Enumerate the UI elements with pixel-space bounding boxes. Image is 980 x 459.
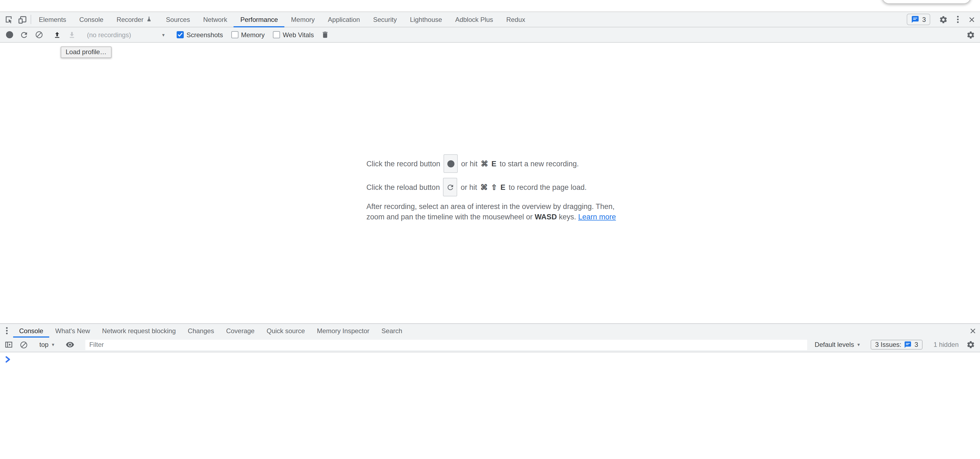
chevron-down-icon: ▾: [52, 342, 54, 347]
tab-performance[interactable]: Performance: [234, 12, 285, 27]
screenshots-label: Screenshots: [186, 31, 223, 38]
reload-instruction-row: Click the reload button or hit ⌘ ⇧ E to …: [366, 178, 616, 196]
learn-more-link[interactable]: Learn more: [578, 213, 616, 221]
show-console-sidebar-button[interactable]: [2, 340, 15, 349]
tab-elements[interactable]: Elements: [32, 12, 73, 27]
drawer-more-tools-kebab-button[interactable]: [0, 324, 13, 338]
settings-gear-button[interactable]: [936, 15, 950, 24]
console-prompt-chevron-icon: [5, 356, 11, 363]
device-toolbar-button[interactable]: [15, 12, 30, 27]
tab-application[interactable]: Application: [321, 12, 366, 27]
console-toolbar: top ▾ Default levels ▾ 3 Issues: 3 1 hid…: [0, 338, 980, 352]
record-instruction-row: Click the record button or hit ⌘ E to st…: [366, 154, 616, 173]
e-key: E: [500, 183, 505, 191]
console-body[interactable]: [0, 352, 980, 459]
record-icon: [6, 31, 13, 38]
empty-state-instructions: Click the record button or hit ⌘ E to st…: [366, 154, 616, 222]
main-tabbar: Elements Console Recorder Sources Networ…: [0, 11, 980, 27]
log-levels-label: Default levels: [815, 341, 854, 349]
console-prompt[interactable]: [5, 356, 11, 363]
wasd-keys: WASD: [535, 213, 557, 221]
console-issues-button[interactable]: 3 Issues: 3: [870, 340, 922, 350]
tab-recorder[interactable]: Recorder: [110, 12, 159, 27]
tabbar-right-controls: 3: [907, 12, 980, 27]
tab-sources[interactable]: Sources: [159, 12, 197, 27]
browser-popup-remnant: [881, 0, 971, 4]
record-instruction-prefix: Click the record button: [366, 159, 440, 168]
record-icon: [447, 160, 454, 167]
drawer-tab-search[interactable]: Search: [375, 324, 408, 338]
reload-instruction-orhit: or hit: [461, 183, 477, 191]
devtools-window: Elements Console Recorder Sources Networ…: [0, 0, 980, 459]
tab-adblock-plus[interactable]: Adblock Plus: [449, 12, 500, 27]
drawer-tabbar: Console What's New Network request block…: [0, 324, 980, 338]
save-profile-button[interactable]: [65, 30, 79, 39]
usage-paragraph: After recording, select an area of inter…: [366, 201, 616, 222]
tab-network[interactable]: Network: [197, 12, 234, 27]
experiment-flask-icon: [146, 16, 153, 23]
console-settings-gear-button[interactable]: [964, 340, 978, 349]
console-filter-input[interactable]: [85, 339, 807, 350]
drawer-tab-whats-new[interactable]: What's New: [49, 324, 96, 338]
screenshots-checkbox[interactable]: [177, 31, 184, 38]
more-options-kebab-button[interactable]: [950, 16, 965, 23]
reload-instruction-prefix: Click the reload button: [366, 183, 440, 191]
recordings-dropdown[interactable]: (no recordings) ▾: [83, 31, 169, 38]
memory-label: Memory: [241, 31, 265, 38]
record-button[interactable]: [2, 31, 16, 38]
top-strip: [0, 0, 980, 11]
memory-checkbox-group[interactable]: Memory: [231, 31, 265, 38]
drawer-tab-changes[interactable]: Changes: [182, 324, 220, 338]
command-key-symbol: ⌘: [480, 183, 488, 191]
screenshots-checkbox-group[interactable]: Screenshots: [177, 31, 223, 38]
tab-redux[interactable]: Redux: [500, 12, 531, 27]
check-icon: [177, 32, 183, 38]
kebab-icon: [957, 16, 958, 23]
tab-console[interactable]: Console: [73, 12, 110, 27]
close-devtools-button[interactable]: [965, 16, 979, 23]
drawer-tab-network-request-blocking[interactable]: Network request blocking: [96, 324, 181, 338]
close-drawer-button[interactable]: [966, 324, 980, 338]
drawer-tab-quick-source[interactable]: Quick source: [261, 324, 311, 338]
chevron-down-icon: ▾: [162, 32, 165, 37]
clear-console-button[interactable]: [17, 341, 30, 349]
drawer-tab-console[interactable]: Console: [13, 324, 49, 338]
drawer-tab-coverage[interactable]: Coverage: [220, 324, 261, 338]
delete-recording-button[interactable]: [318, 30, 332, 39]
issues-count: 3: [915, 341, 918, 349]
javascript-context-dropdown[interactable]: top ▾: [36, 341, 57, 349]
web-vitals-checkbox[interactable]: [273, 31, 280, 38]
log-levels-dropdown[interactable]: Default levels ▾: [811, 341, 863, 349]
command-key-symbol: ⌘: [481, 159, 488, 168]
reload-instruction-suffix: to record the page load.: [509, 183, 587, 191]
issues-bubble-icon: [912, 15, 920, 24]
clear-recordings-button[interactable]: [32, 30, 46, 39]
tab-security[interactable]: Security: [366, 12, 403, 27]
tab-memory[interactable]: Memory: [285, 12, 321, 27]
inspect-element-button[interactable]: [1, 12, 15, 27]
load-profile-button[interactable]: [50, 30, 64, 39]
web-vitals-label: Web Vitals: [283, 31, 314, 38]
e-key: E: [492, 159, 496, 168]
reload-button-illustration[interactable]: [443, 178, 457, 196]
memory-checkbox[interactable]: [231, 31, 238, 38]
recordings-dropdown-label: (no recordings): [87, 31, 131, 38]
kebab-icon: [6, 327, 7, 334]
tab-lighthouse[interactable]: Lighthouse: [403, 12, 449, 27]
chevron-down-icon: ▾: [857, 342, 860, 347]
shift-key-symbol: ⇧: [491, 183, 497, 191]
create-live-expression-eye-button[interactable]: [64, 340, 76, 349]
drawer-tab-memory-inspector[interactable]: Memory Inspector: [311, 324, 375, 338]
record-button-illustration[interactable]: [444, 154, 458, 173]
issues-text: 3 Issues:: [875, 341, 901, 349]
issues-count: 3: [922, 16, 926, 23]
performance-toolbar: (no recordings) ▾ Screenshots Memory Web…: [0, 27, 980, 43]
reload-and-record-button[interactable]: [17, 30, 31, 39]
drawer-tabbar-spacer: [408, 324, 966, 338]
issues-counter-button[interactable]: 3: [907, 14, 930, 25]
hidden-messages-count: 1 hidden: [930, 341, 962, 349]
capture-settings-gear-button[interactable]: [964, 30, 978, 39]
context-label: top: [40, 341, 48, 349]
web-vitals-checkbox-group[interactable]: Web Vitals: [273, 31, 314, 38]
load-profile-tooltip: Load profile…: [61, 46, 111, 58]
